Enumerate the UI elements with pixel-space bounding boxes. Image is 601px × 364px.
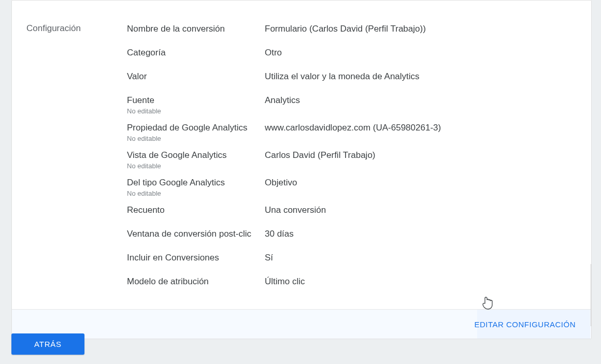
- row-count: Recuento Una conversión: [127, 199, 576, 223]
- row-attribution: Modelo de atribución Último clic: [127, 271, 576, 295]
- row-conversion-name: Nombre de la conversión Formulario (Carl…: [127, 18, 576, 42]
- value-value: Utiliza el valor y la moneda de Analytic…: [265, 71, 420, 82]
- card-body: Configuración Nombre de la conversión Fo…: [12, 1, 591, 309]
- row-value: Valor Utiliza el valor y la moneda de An…: [127, 66, 576, 90]
- card-footer: EDITAR CONFIGURACIÓN: [12, 309, 591, 339]
- row-window: Ventana de conversión post-clic 30 días: [127, 223, 576, 247]
- row-gatype: Del tipo Google Analytics No editable Ob…: [127, 172, 576, 199]
- label-category: Categoría: [127, 47, 265, 59]
- label-window: Ventana de conversión post-clic: [127, 228, 265, 240]
- value-window: 30 días: [265, 228, 294, 240]
- bottom-actions: ATRÁS: [11, 333, 84, 355]
- value-conversion-name: Formulario (Carlos David (Perfil Trabajo…: [265, 23, 426, 35]
- label-value: Valor: [127, 71, 265, 82]
- row-source: Fuente No editable Analytics: [127, 90, 576, 117]
- configuration-card: Configuración Nombre de la conversión Fo…: [11, 0, 592, 339]
- label-count: Recuento: [127, 205, 265, 216]
- row-category: Categoría Otro: [127, 42, 576, 66]
- row-include: Incluir en Conversiones Sí: [127, 247, 576, 271]
- sublabel-gatype: No editable: [127, 190, 265, 197]
- label-view: Vista de Google Analytics: [127, 150, 265, 161]
- label-attribution: Modelo de atribución: [127, 276, 265, 287]
- row-view: Vista de Google Analytics No editable Ca…: [127, 144, 576, 172]
- value-include: Sí: [265, 252, 273, 264]
- sublabel-view: No editable: [127, 162, 265, 170]
- label-gatype: Del tipo Google Analytics: [127, 177, 265, 188]
- label-include: Incluir en Conversiones: [127, 252, 265, 264]
- value-attribution: Último clic: [265, 276, 305, 287]
- label-conversion-name: Nombre de la conversión: [127, 23, 265, 35]
- scroll-frame-edge: [591, 264, 594, 326]
- value-category: Otro: [265, 47, 282, 59]
- back-button[interactable]: ATRÁS: [11, 333, 84, 355]
- edit-configuration-button[interactable]: EDITAR CONFIGURACIÓN: [474, 320, 576, 329]
- value-gatype: Objetivo: [265, 177, 297, 188]
- fields-container: Nombre de la conversión Formulario (Carl…: [127, 18, 576, 295]
- label-property: Propiedad de Google Analytics: [127, 122, 265, 134]
- value-view: Carlos David (Perfil Trabajo): [265, 150, 376, 161]
- value-count: Una conversión: [265, 205, 326, 216]
- sublabel-property: No editable: [127, 135, 265, 142]
- value-source: Analytics: [265, 95, 300, 106]
- label-source: Fuente: [127, 95, 265, 106]
- sublabel-source: No editable: [127, 107, 265, 115]
- row-property: Propiedad de Google Analytics No editabl…: [127, 117, 576, 144]
- section-title: Configuración: [26, 18, 127, 295]
- value-property: www.carlosdavidlopez.com (UA-65980261-3): [265, 122, 441, 134]
